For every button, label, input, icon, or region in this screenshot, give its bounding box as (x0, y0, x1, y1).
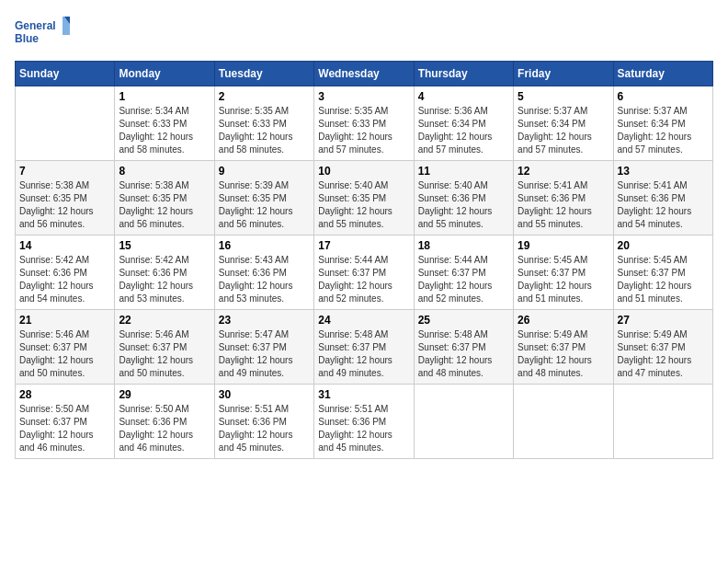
calendar-cell: 31Sunrise: 5:51 AM Sunset: 6:36 PM Dayli… (314, 385, 414, 459)
header-thursday: Thursday (414, 62, 513, 86)
day-info: Sunrise: 5:34 AM Sunset: 6:33 PM Dayligh… (119, 105, 210, 156)
calendar-cell: 30Sunrise: 5:51 AM Sunset: 6:36 PM Dayli… (214, 385, 313, 459)
calendar-table: SundayMondayTuesdayWednesdayThursdayFrid… (15, 61, 713, 459)
day-info: Sunrise: 5:42 AM Sunset: 6:36 PM Dayligh… (119, 254, 210, 305)
day-number: 5 (518, 90, 609, 103)
day-number: 10 (318, 165, 409, 178)
calendar-cell: 25Sunrise: 5:48 AM Sunset: 6:37 PM Dayli… (414, 310, 513, 385)
calendar-cell: 16Sunrise: 5:43 AM Sunset: 6:36 PM Dayli… (214, 236, 313, 310)
day-number: 6 (618, 90, 709, 103)
day-info: Sunrise: 5:39 AM Sunset: 6:35 PM Dayligh… (219, 179, 310, 231)
day-info: Sunrise: 5:49 AM Sunset: 6:37 PM Dayligh… (618, 328, 709, 380)
day-info: Sunrise: 5:41 AM Sunset: 6:36 PM Dayligh… (518, 179, 609, 231)
calendar-cell (16, 86, 115, 161)
day-info: Sunrise: 5:51 AM Sunset: 6:36 PM Dayligh… (318, 403, 409, 454)
day-number: 1 (119, 90, 210, 103)
calendar-cell: 11Sunrise: 5:40 AM Sunset: 6:36 PM Dayli… (414, 161, 513, 236)
day-info: Sunrise: 5:43 AM Sunset: 6:36 PM Dayligh… (219, 254, 310, 305)
calendar-cell: 17Sunrise: 5:44 AM Sunset: 6:37 PM Dayli… (314, 236, 414, 310)
calendar-cell: 19Sunrise: 5:45 AM Sunset: 6:37 PM Dayli… (514, 236, 613, 310)
day-info: Sunrise: 5:42 AM Sunset: 6:36 PM Dayligh… (19, 254, 110, 305)
calendar-cell: 10Sunrise: 5:40 AM Sunset: 6:35 PM Dayli… (314, 161, 414, 236)
calendar-cell: 29Sunrise: 5:50 AM Sunset: 6:36 PM Dayli… (115, 385, 214, 459)
calendar-cell: 5Sunrise: 5:37 AM Sunset: 6:34 PM Daylig… (514, 86, 613, 161)
day-info: Sunrise: 5:46 AM Sunset: 6:37 PM Dayligh… (19, 328, 110, 380)
day-number: 11 (418, 165, 509, 178)
day-number: 17 (318, 239, 409, 252)
day-number: 28 (19, 388, 110, 401)
calendar-cell: 12Sunrise: 5:41 AM Sunset: 6:36 PM Dayli… (514, 161, 613, 236)
logo-svg: General Blue (15, 15, 70, 52)
calendar-cell: 8Sunrise: 5:38 AM Sunset: 6:35 PM Daylig… (115, 161, 214, 236)
day-info: Sunrise: 5:44 AM Sunset: 6:37 PM Dayligh… (418, 254, 509, 305)
svg-text:Blue: Blue (15, 32, 39, 45)
day-number: 30 (219, 388, 310, 401)
day-info: Sunrise: 5:48 AM Sunset: 6:37 PM Dayligh… (418, 328, 509, 380)
day-info: Sunrise: 5:45 AM Sunset: 6:37 PM Dayligh… (518, 254, 609, 305)
day-info: Sunrise: 5:40 AM Sunset: 6:35 PM Dayligh… (318, 179, 409, 231)
header-wednesday: Wednesday (314, 62, 414, 86)
day-number: 31 (318, 388, 409, 401)
day-number: 26 (518, 314, 609, 327)
calendar-cell: 23Sunrise: 5:47 AM Sunset: 6:37 PM Dayli… (214, 310, 313, 385)
calendar-cell (613, 385, 712, 459)
calendar-cell: 2Sunrise: 5:35 AM Sunset: 6:33 PM Daylig… (214, 86, 313, 161)
calendar-cell: 24Sunrise: 5:48 AM Sunset: 6:37 PM Dayli… (314, 310, 414, 385)
day-info: Sunrise: 5:49 AM Sunset: 6:37 PM Dayligh… (518, 328, 609, 380)
calendar-cell: 1Sunrise: 5:34 AM Sunset: 6:33 PM Daylig… (115, 86, 214, 161)
day-info: Sunrise: 5:41 AM Sunset: 6:36 PM Dayligh… (618, 179, 709, 231)
day-number: 12 (518, 165, 609, 178)
day-info: Sunrise: 5:37 AM Sunset: 6:34 PM Dayligh… (618, 105, 709, 156)
calendar-cell: 14Sunrise: 5:42 AM Sunset: 6:36 PM Dayli… (16, 236, 115, 310)
day-number: 25 (418, 314, 509, 327)
day-info: Sunrise: 5:38 AM Sunset: 6:35 PM Dayligh… (119, 179, 210, 231)
day-info: Sunrise: 5:38 AM Sunset: 6:35 PM Dayligh… (19, 179, 110, 231)
header-sunday: Sunday (16, 62, 115, 86)
day-number: 2 (219, 90, 310, 103)
header-saturday: Saturday (613, 62, 712, 86)
day-number: 23 (219, 314, 310, 327)
calendar-cell: 22Sunrise: 5:46 AM Sunset: 6:37 PM Dayli… (115, 310, 214, 385)
day-number: 18 (418, 239, 509, 252)
day-info: Sunrise: 5:50 AM Sunset: 6:36 PM Dayligh… (119, 403, 210, 454)
day-number: 16 (219, 239, 310, 252)
day-number: 24 (318, 314, 409, 327)
day-info: Sunrise: 5:48 AM Sunset: 6:37 PM Dayligh… (318, 328, 409, 380)
calendar-cell: 6Sunrise: 5:37 AM Sunset: 6:34 PM Daylig… (613, 86, 712, 161)
day-number: 27 (618, 314, 709, 327)
page-header: General Blue (15, 15, 713, 52)
day-number: 20 (618, 239, 709, 252)
day-info: Sunrise: 5:45 AM Sunset: 6:37 PM Dayligh… (618, 254, 709, 305)
day-number: 13 (618, 165, 709, 178)
day-info: Sunrise: 5:46 AM Sunset: 6:37 PM Dayligh… (119, 328, 210, 380)
day-number: 4 (418, 90, 509, 103)
calendar-cell: 20Sunrise: 5:45 AM Sunset: 6:37 PM Dayli… (613, 236, 712, 310)
calendar-header-row: SundayMondayTuesdayWednesdayThursdayFrid… (16, 62, 713, 86)
calendar-week-row: 7Sunrise: 5:38 AM Sunset: 6:35 PM Daylig… (16, 161, 713, 236)
calendar-cell: 27Sunrise: 5:49 AM Sunset: 6:37 PM Dayli… (613, 310, 712, 385)
header-friday: Friday (514, 62, 613, 86)
day-info: Sunrise: 5:35 AM Sunset: 6:33 PM Dayligh… (318, 105, 409, 156)
day-info: Sunrise: 5:37 AM Sunset: 6:34 PM Dayligh… (518, 105, 609, 156)
day-number: 7 (19, 165, 110, 178)
day-number: 19 (518, 239, 609, 252)
day-info: Sunrise: 5:44 AM Sunset: 6:37 PM Dayligh… (318, 254, 409, 305)
day-info: Sunrise: 5:47 AM Sunset: 6:37 PM Dayligh… (219, 328, 310, 380)
calendar-cell: 3Sunrise: 5:35 AM Sunset: 6:33 PM Daylig… (314, 86, 414, 161)
logo: General Blue (15, 15, 70, 52)
calendar-cell: 21Sunrise: 5:46 AM Sunset: 6:37 PM Dayli… (16, 310, 115, 385)
header-monday: Monday (115, 62, 214, 86)
day-info: Sunrise: 5:40 AM Sunset: 6:36 PM Dayligh… (418, 179, 509, 231)
day-number: 21 (19, 314, 110, 327)
day-number: 8 (119, 165, 210, 178)
day-info: Sunrise: 5:35 AM Sunset: 6:33 PM Dayligh… (219, 105, 310, 156)
calendar-week-row: 1Sunrise: 5:34 AM Sunset: 6:33 PM Daylig… (16, 86, 713, 161)
day-number: 3 (318, 90, 409, 103)
calendar-cell (514, 385, 613, 459)
day-info: Sunrise: 5:50 AM Sunset: 6:37 PM Dayligh… (19, 403, 110, 454)
day-number: 15 (119, 239, 210, 252)
calendar-cell (414, 385, 513, 459)
calendar-week-row: 21Sunrise: 5:46 AM Sunset: 6:37 PM Dayli… (16, 310, 713, 385)
calendar-cell: 26Sunrise: 5:49 AM Sunset: 6:37 PM Dayli… (514, 310, 613, 385)
day-number: 9 (219, 165, 310, 178)
